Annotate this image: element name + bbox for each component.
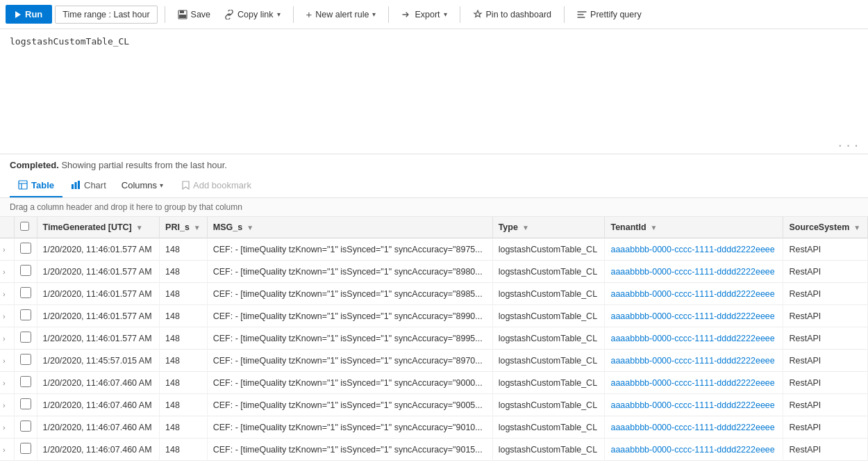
add-bookmark-button[interactable]: Add bookmark: [176, 176, 257, 195]
row-expand-button[interactable]: ›: [0, 416, 14, 439]
row-expand-button[interactable]: ›: [0, 261, 14, 283]
table-row: ›1/20/2020, 11:46:01.577 AM148CEF: - [ti…: [0, 238, 868, 261]
cell-type: logstashCustomTable_CL: [492, 261, 605, 283]
new-alert-rule-label: New alert rule: [315, 10, 369, 19]
cell-pri_s: 148: [160, 238, 208, 261]
row-checkbox-cell: [14, 350, 37, 372]
tab-chart[interactable]: Chart: [62, 174, 115, 197]
svg-rect-4: [72, 184, 74, 189]
cell-pri_s: 148: [160, 439, 208, 461]
msg-filter-icon[interactable]: ▼: [247, 224, 253, 231]
tenantid-filter-icon[interactable]: ▼: [651, 224, 658, 231]
cell-type: logstashCustomTable_CL: [492, 394, 605, 416]
table-icon: [18, 180, 28, 190]
save-label: Save: [191, 10, 211, 19]
separator-4: [460, 6, 460, 23]
cell-pri_s: 148: [160, 283, 208, 305]
table-row: ›1/20/2020, 11:46:07.460 AM148CEF: - [ti…: [0, 439, 868, 461]
row-checkbox[interactable]: [20, 443, 31, 454]
row-checkbox-cell: [14, 394, 37, 416]
table-body: ›1/20/2020, 11:46:01.577 AM148CEF: - [ti…: [0, 238, 868, 461]
row-expand-button[interactable]: ›: [0, 350, 14, 372]
table-row: ›1/20/2020, 11:46:01.577 AM148CEF: - [ti…: [0, 261, 868, 283]
cell-tenantid: aaaabbbb-0000-cccc-1111-dddd2222eeee: [605, 305, 783, 327]
col-timegenerated-header[interactable]: TimeGenerated [UTC] ▼: [37, 217, 160, 238]
columns-chevron: ▾: [160, 181, 163, 189]
col-msg-header[interactable]: MSG_s ▼: [207, 217, 492, 238]
row-expand-button[interactable]: ›: [0, 372, 14, 394]
prettify-query-button[interactable]: Prettify query: [571, 6, 647, 23]
export-button[interactable]: Export ▾: [396, 6, 452, 23]
cell-type: logstashCustomTable_CL: [492, 372, 605, 394]
pri-filter-icon[interactable]: ▼: [194, 224, 201, 231]
cell-sourcesystem: RestAPI: [783, 350, 868, 372]
cell-pri_s: 148: [160, 261, 208, 283]
cell-tenantid: aaaabbbb-0000-cccc-1111-dddd2222eeee: [605, 327, 783, 350]
row-checkbox-cell: [14, 372, 37, 394]
pin-to-dashboard-button[interactable]: Pin to dashboard: [467, 6, 558, 23]
cell-tenantid: aaaabbbb-0000-cccc-1111-dddd2222eeee: [605, 283, 783, 305]
row-checkbox[interactable]: [20, 243, 31, 254]
row-expand-button[interactable]: ›: [0, 439, 14, 461]
query-editor[interactable]: logstashCustomTable_CL ...: [0, 29, 868, 154]
col-tenantid-header[interactable]: TenantId ▼: [605, 217, 783, 238]
cell-msg_s: CEF: - [timeQuality tzKnown="1" isSynced…: [207, 305, 492, 327]
col-pri-header[interactable]: PRI_s ▼: [160, 217, 208, 238]
query-text: logstashCustomTable_CL: [10, 36, 129, 47]
row-checkbox-cell: [14, 439, 37, 461]
prettify-query-label: Prettify query: [590, 10, 642, 19]
row-expand-button[interactable]: ›: [0, 327, 14, 350]
row-checkbox[interactable]: [20, 265, 31, 276]
export-icon: [401, 10, 411, 19]
columns-button[interactable]: Columns ▾: [115, 176, 170, 195]
cell-msg_s: CEF: - [timeQuality tzKnown="1" isSynced…: [207, 283, 492, 305]
cell-pri_s: 148: [160, 416, 208, 439]
select-all-checkbox[interactable]: [20, 222, 29, 231]
save-button[interactable]: Save: [172, 6, 217, 23]
row-checkbox[interactable]: [20, 309, 31, 320]
run-label: Run: [25, 9, 42, 19]
separator-5: [564, 6, 565, 23]
bookmark-icon: [181, 181, 190, 190]
row-checkbox[interactable]: [20, 287, 31, 298]
timegenerated-filter-icon[interactable]: ▼: [136, 224, 143, 231]
cell-pri_s: 148: [160, 350, 208, 372]
row-expand-button[interactable]: ›: [0, 283, 14, 305]
tab-table[interactable]: Table: [10, 174, 62, 197]
cell-timegenerated: 1/20/2020, 11:46:01.577 AM: [37, 238, 160, 261]
sourcesystem-filter-icon[interactable]: ▼: [853, 224, 860, 231]
row-expand-button[interactable]: ›: [0, 238, 14, 261]
time-range-button[interactable]: Time range : Last hour: [55, 6, 157, 24]
time-range-label: Time range : Last hour: [62, 10, 149, 19]
type-filter-icon[interactable]: ▼: [522, 224, 529, 231]
row-checkbox[interactable]: [20, 332, 31, 343]
row-expand-button[interactable]: ›: [0, 394, 14, 416]
separator-2: [293, 6, 294, 23]
col-check-header: [14, 217, 37, 238]
cell-sourcesystem: RestAPI: [783, 416, 868, 439]
new-alert-chevron: ▾: [372, 10, 376, 18]
export-chevron: ▾: [444, 10, 447, 18]
row-expand-button[interactable]: ›: [0, 305, 14, 327]
cell-timegenerated: 1/20/2020, 11:46:07.460 AM: [37, 394, 160, 416]
row-checkbox[interactable]: [20, 354, 31, 365]
table-row: ›1/20/2020, 11:46:07.460 AM148CEF: - [ti…: [0, 416, 868, 439]
cell-tenantid: aaaabbbb-0000-cccc-1111-dddd2222eeee: [605, 238, 783, 261]
table-row: ›1/20/2020, 11:46:01.577 AM148CEF: - [ti…: [0, 327, 868, 350]
cell-timegenerated: 1/20/2020, 11:46:07.460 AM: [37, 439, 160, 461]
row-checkbox[interactable]: [20, 376, 31, 387]
new-alert-rule-button[interactable]: + New alert rule ▾: [301, 5, 382, 24]
cell-pri_s: 148: [160, 327, 208, 350]
row-checkbox[interactable]: [20, 421, 31, 432]
col-type-header[interactable]: Type ▼: [492, 217, 605, 238]
col-sourcesystem-header[interactable]: SourceSystem ▼: [783, 217, 868, 238]
table-row: ›1/20/2020, 11:46:07.460 AM148CEF: - [ti…: [0, 394, 868, 416]
run-button[interactable]: Run: [6, 5, 52, 24]
data-table-wrapper[interactable]: TimeGenerated [UTC] ▼ PRI_s ▼ MSG_s ▼: [0, 217, 868, 463]
row-checkbox[interactable]: [20, 398, 31, 409]
col-tenantid-label: TenantId: [610, 222, 646, 232]
cell-pri_s: 148: [160, 372, 208, 394]
copy-link-button[interactable]: Copy link ▾: [219, 6, 285, 23]
cell-timegenerated: 1/20/2020, 11:46:01.577 AM: [37, 305, 160, 327]
table-row: ›1/20/2020, 11:46:01.577 AM148CEF: - [ti…: [0, 305, 868, 327]
